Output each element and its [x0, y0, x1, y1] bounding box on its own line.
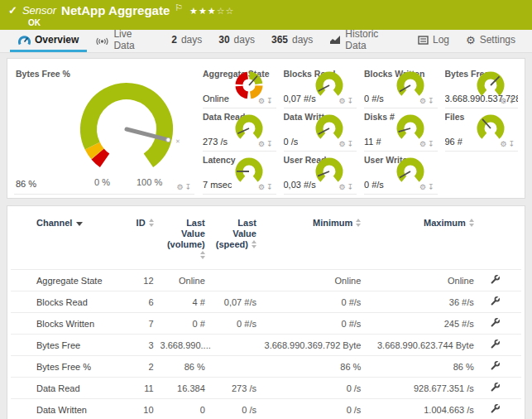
cell-channel[interactable]: Bytes Free %	[11, 356, 127, 378]
gear-icon[interactable]: ⚙	[500, 97, 508, 105]
pin-icon[interactable]: ↧	[266, 140, 275, 148]
stars-empty[interactable]: ☆☆	[217, 6, 235, 16]
cell-channel[interactable]: Bytes Free	[11, 335, 127, 356]
column-header-id[interactable]: ID	[127, 216, 160, 270]
gear-icon[interactable]: ⚙	[258, 97, 266, 105]
gear-icon[interactable]: ⚙	[338, 97, 347, 105]
column-header-last-value-speed[interactable]: Last Value(speed)	[212, 216, 263, 270]
svg-text:✕: ✕	[175, 138, 180, 144]
tab-2-days-number: 2	[171, 34, 177, 46]
channel-table: Channel ID Last Value(volume) Last Value…	[11, 216, 521, 419]
gear-icon[interactable]: ⚙	[419, 140, 428, 148]
cell-speed: 0,07 #/s	[212, 291, 263, 313]
pin-icon[interactable]: ↧	[347, 183, 355, 191]
cell-speed: 0 /s	[212, 399, 263, 419]
channel-settings-wrench-icon	[490, 317, 501, 328]
gauge-max-label: 100 %	[137, 177, 162, 187]
tab-historic-data-label: Historic Data	[345, 28, 401, 51]
tab-overview[interactable]: Overview	[10, 30, 87, 52]
tab-log[interactable]: Log	[410, 30, 458, 52]
pin-icon[interactable]: ↧	[428, 140, 436, 148]
tab-30-days-unit: days	[234, 34, 255, 46]
column-header-maximum[interactable]: Maximum	[367, 216, 480, 270]
table-row: Data Read1116.384273 /s0 /s928.677.351 /…	[11, 378, 521, 399]
pin-icon[interactable]: ↧	[508, 140, 516, 148]
tab-365-days[interactable]: 365 days	[263, 30, 321, 52]
gear-icon[interactable]: ⚙	[338, 183, 347, 191]
cell-max: 928.677.351 /s	[367, 378, 480, 399]
cell-id: 6	[127, 291, 160, 313]
gauge-cell-files: Files 96 # ⚙↧	[445, 108, 519, 152]
cell-speed: 0 #/s	[212, 313, 263, 335]
mini-gauges-grid: Aggregate State Online ⚙↧ Blocks Read 0,…	[203, 65, 518, 198]
pin-icon[interactable]: ↧	[508, 97, 516, 105]
gauge-cell-blocks-written: Blocks Written 0 #/s ⚙↧	[364, 65, 438, 108]
tab-settings[interactable]: ⚙ Settings	[458, 30, 524, 52]
column-header-minimum[interactable]: Minimum	[263, 216, 367, 270]
cell-vol: 4 #	[161, 291, 212, 313]
column-header-last-value-volume[interactable]: Last Value(volume)	[161, 216, 212, 270]
channel-settings-button[interactable]	[481, 335, 521, 356]
gear-icon[interactable]: ⚙	[176, 183, 185, 191]
priority-flag-icon[interactable]: ⚐	[175, 1, 183, 14]
gauge-cell-data-written: Data Written 0 /s ⚙↧	[284, 108, 357, 152]
gauge-value: 0,07 #/s	[284, 94, 316, 104]
tab-settings-label: Settings	[480, 34, 515, 46]
cell-channel[interactable]: Data Written	[11, 399, 127, 419]
pin-icon[interactable]: ↧	[347, 97, 355, 105]
column-header-channel[interactable]: Channel	[11, 216, 127, 270]
table-header-row: Channel ID Last Value(volume) Last Value…	[11, 216, 521, 270]
table-row: Blocks Read64 #0,07 #/s0 #/s36 #/s	[11, 291, 521, 313]
priority-stars[interactable]: ★★★☆☆	[189, 4, 234, 17]
channel-settings-button[interactable]	[481, 356, 521, 378]
tab-overview-label: Overview	[35, 34, 79, 46]
pin-icon[interactable]: ↧	[185, 183, 193, 191]
gauge-value: 96 #	[445, 137, 463, 147]
gear-icon[interactable]: ⚙	[338, 140, 347, 148]
channel-settings-wrench-icon	[490, 382, 501, 393]
stars-filled[interactable]: ★★★	[189, 6, 217, 16]
pin-icon[interactable]: ↧	[428, 97, 436, 105]
cell-channel[interactable]: Blocks Read	[11, 291, 127, 313]
gauges-panel: Bytes Free % ✕ 86 % 0 % 100 % ⚙↧ Aggrega…	[7, 58, 525, 199]
channel-settings-button[interactable]	[481, 313, 521, 335]
pin-icon[interactable]: ↧	[428, 183, 436, 191]
gear-icon[interactable]: ⚙	[500, 140, 508, 148]
gear-icon[interactable]: ⚙	[419, 97, 428, 105]
gauge-value: 0 #/s	[364, 94, 384, 104]
cell-max: 86 %	[367, 356, 480, 378]
tab-2-days[interactable]: 2 days	[163, 30, 210, 52]
gauge-cell-blocks-read: Blocks Read 0,07 #/s ⚙↧	[284, 65, 357, 108]
cell-id: 12	[127, 270, 160, 291]
cell-channel[interactable]: Data Read	[11, 378, 127, 399]
cell-speed: 273 /s	[212, 378, 263, 399]
cell-min: 0 #/s	[263, 313, 367, 335]
gear-icon[interactable]: ⚙	[419, 183, 428, 191]
tab-live-data[interactable]: Live Data	[87, 30, 163, 52]
cell-vol: 3.668.990....	[161, 335, 212, 356]
channel-settings-button[interactable]	[481, 378, 521, 399]
pin-icon[interactable]: ↧	[347, 140, 355, 148]
tab-historic-data[interactable]: Historic Data	[321, 30, 410, 52]
channel-settings-button[interactable]	[481, 270, 521, 291]
gear-icon[interactable]: ⚙	[258, 183, 266, 191]
cell-channel[interactable]: Aggregate State	[11, 270, 127, 291]
channel-table-body: Aggregate State12OnlineOnlineOnlineBlock…	[11, 270, 521, 419]
sort-desc-icon	[76, 222, 83, 226]
live-data-signal-icon	[95, 35, 109, 45]
pin-icon[interactable]: ↧	[266, 183, 275, 191]
gauge-cell-user-reads: User Reads 0,03 #/s ⚙↧	[284, 152, 357, 195]
tab-30-days[interactable]: 30 days	[210, 30, 263, 52]
cell-channel[interactable]: Blocks Written	[11, 313, 127, 335]
channel-settings-button[interactable]	[481, 399, 521, 419]
tab-2-days-unit: days	[181, 34, 202, 46]
cell-id: 2	[127, 356, 160, 378]
cell-id: 11	[127, 378, 160, 399]
tab-30-days-number: 30	[218, 34, 229, 46]
cell-max: 1.004.663 /s	[367, 399, 480, 419]
channel-settings-button[interactable]	[481, 291, 521, 313]
table-row: Blocks Written70 #0 #/s0 #/s245 #/s	[11, 313, 521, 335]
pin-icon[interactable]: ↧	[266, 97, 275, 105]
gauge-current-value: 86 %	[16, 179, 36, 189]
gear-icon[interactable]: ⚙	[258, 140, 266, 148]
